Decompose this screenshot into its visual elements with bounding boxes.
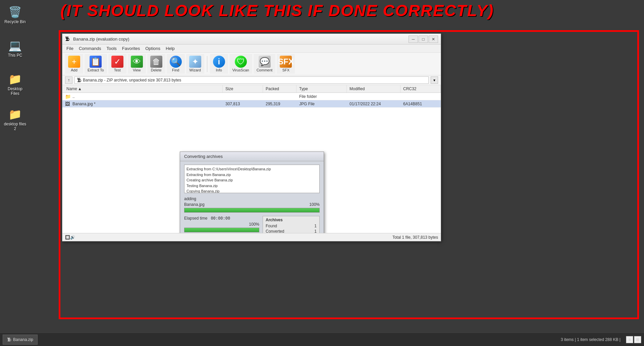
total-progress-fill: [184, 228, 259, 232]
toolbar-comment-button[interactable]: 💬 Comment: [254, 54, 276, 74]
toolbar-virusscan-button[interactable]: 🛡 VirusScan: [229, 54, 252, 74]
file-list[interactable]: 📁 .. File folder 🖼 Banana.jpg * 307,813 …: [62, 93, 441, 233]
wizard-icon: ✦: [189, 56, 201, 68]
current-progress-bar: [184, 208, 320, 213]
dialog-content: Extracting from C:\Users\Vince\Desktop\B…: [180, 161, 324, 233]
list-view-button[interactable]: ≡: [626, 336, 633, 343]
title-bar: 🗜 Banana.zip (evaluation copy) ─ □ ✕: [62, 34, 441, 45]
sfx-icon: SFX: [280, 56, 292, 68]
total-progress-bar: [184, 228, 259, 232]
stats-row: Elapsed time 00:00:00 100%: [184, 216, 320, 233]
recycle-bin-icon: 🗑️: [8, 5, 22, 19]
stats-left: Elapsed time 00:00:00 100%: [184, 216, 259, 233]
file-packed-cell: 295,319: [263, 101, 297, 107]
col-header-size[interactable]: Size: [223, 85, 263, 93]
close-button[interactable]: ✕: [429, 36, 438, 43]
menu-bar: File Commands Tools Favorites Options He…: [62, 45, 441, 53]
log-area: Extracting from C:\Users\Vince\Desktop\B…: [184, 165, 320, 193]
winrar-window: 🗜 Banana.zip (evaluation copy) ─ □ ✕ Fil…: [62, 34, 441, 241]
toolbar-info-button[interactable]: i Info: [210, 54, 228, 74]
current-filename: Banana.jpg: [184, 202, 205, 207]
info-icon: i: [213, 56, 225, 68]
toolbar-wizard-label: Wizard: [190, 68, 201, 72]
jpg-file-icon: 🖼: [65, 101, 71, 107]
desktop-icon-recycle-bin[interactable]: 🗑️ Recycle Bin: [2, 3, 29, 25]
grid-view-button[interactable]: ⊞: [634, 336, 641, 343]
this-pc-label: This PC: [8, 53, 22, 58]
col-header-crc32[interactable]: CRC32: [400, 85, 441, 93]
winrar-title: Banana.zip (evaluation copy): [73, 37, 409, 42]
desktop-icon-this-pc[interactable]: 💻 This PC: [2, 37, 29, 59]
desktop-icon-desktop-files[interactable]: 📁 Desktop Files: [2, 70, 29, 98]
maximize-button[interactable]: □: [419, 36, 428, 43]
table-row[interactable]: 📁 .. File folder: [62, 93, 441, 100]
desktop-files-2-label: desktop files 2: [3, 122, 27, 131]
delete-icon: 🗑: [150, 56, 162, 68]
log-line-1: Extracting from C:\Users\Vince\Desktop\B…: [186, 166, 317, 172]
toolbar-delete-button[interactable]: 🗑 Delete: [147, 54, 165, 74]
view-icon: 👁: [131, 56, 143, 68]
address-bar: ↑ 🗜 Banana.zip - ZIP archive, unpacked s…: [62, 75, 441, 85]
taskbar-view-icons: ≡ ⊞: [626, 336, 641, 343]
found-label: Found: [266, 224, 277, 228]
col-header-type[interactable]: Type: [297, 85, 347, 93]
toolbar-view-button[interactable]: 👁 View: [128, 54, 146, 74]
current-percent: 100%: [309, 202, 320, 207]
found-row: Found 1: [266, 224, 317, 228]
toolbar-test-button[interactable]: ✓ Test: [108, 54, 126, 74]
taskbar-status-text: 3 items | 1 item selected 288 KB |: [561, 337, 621, 342]
toolbar-extract-button[interactable]: 📋 Extract To: [85, 54, 107, 74]
menu-commands[interactable]: Commands: [76, 45, 104, 52]
desktop-files-label: Desktop Files: [3, 86, 27, 96]
total-percent-row: 100%: [184, 222, 259, 227]
status-icons: 🔲🔊: [65, 235, 75, 240]
col-header-packed[interactable]: Packed: [263, 85, 297, 93]
taskbar: 🗜 Banana.zip 3 items | 1 item selected 2…: [0, 333, 644, 346]
taskbar-winrar-item[interactable]: 🗜 Banana.zip: [3, 335, 38, 345]
menu-file[interactable]: File: [64, 45, 76, 52]
address-text: Banana.zip - ZIP archive, unpacked size …: [83, 78, 181, 82]
current-progress-fill: [184, 208, 319, 212]
find-icon: 🔍: [170, 56, 182, 68]
virusscan-icon: 🛡: [235, 56, 247, 68]
toolbar-sfx-button[interactable]: SFX SFX: [277, 54, 295, 74]
converted-value: 1: [314, 229, 317, 233]
file-modified-cell: 01/17/2022 22:24: [347, 101, 400, 107]
toolbar-find-button[interactable]: 🔍 Find: [167, 54, 185, 74]
log-line-5: Copying Banana.zip: [186, 188, 317, 193]
toolbar: + Add 📋 Extract To ✓ Test 👁 View 🗑 Delet…: [62, 53, 441, 75]
menu-tools[interactable]: Tools: [104, 45, 119, 52]
zip-icon: 🗜: [77, 77, 82, 83]
total-percent: 100%: [249, 222, 259, 227]
toolbar-separator-1: [207, 56, 207, 72]
title-bar-buttons: ─ □ ✕: [409, 36, 438, 43]
menu-options[interactable]: Options: [143, 45, 163, 52]
toolbar-wizard-button[interactable]: ✦ Wizard: [186, 54, 204, 74]
menu-help[interactable]: Help: [163, 45, 177, 52]
address-dropdown[interactable]: ▼: [431, 76, 438, 84]
log-line-2: Extracting from Banana.zip: [186, 172, 317, 178]
toolbar-comment-label: Comment: [257, 68, 273, 72]
col-header-modified[interactable]: Modified: [347, 85, 400, 93]
minimize-button[interactable]: ─: [409, 36, 418, 43]
file-name-cell: 🖼 Banana.jpg *: [62, 101, 223, 107]
recycle-bin-label: Recycle Bin: [4, 19, 25, 24]
toolbar-sfx-label: SFX: [282, 68, 289, 72]
archives-title: Archives: [266, 218, 317, 222]
menu-favorites[interactable]: Favorites: [119, 45, 143, 52]
status-left: 🔲🔊: [65, 235, 75, 240]
toolbar-add-button[interactable]: + Add: [65, 54, 83, 74]
up-button[interactable]: ↑: [65, 76, 72, 84]
col-header-name[interactable]: Name ▲: [62, 85, 223, 93]
taskbar-status: 3 items | 1 item selected 288 KB | ≡ ⊞: [561, 336, 641, 343]
converting-dialog: Converting archives Extracting from C:\U…: [180, 152, 324, 233]
table-row[interactable]: 🖼 Banana.jpg * 307,813 295,319 JPG File …: [62, 100, 441, 108]
test-icon: ✓: [111, 56, 123, 68]
column-headers: Name ▲ Size Packed Type Modified CRC32: [62, 85, 441, 93]
file-size-cell: [223, 96, 263, 97]
annotation-text: (IT SHOULD LOOK LIKE THIS IF DONE CORREC…: [60, 3, 637, 19]
current-action: adding: [184, 196, 196, 201]
file-modified-cell: [347, 96, 400, 97]
desktop-icon-desktop-files-2[interactable]: 📁 desktop files 2: [2, 106, 29, 133]
elapsed-value: 00:00:00: [211, 216, 230, 221]
